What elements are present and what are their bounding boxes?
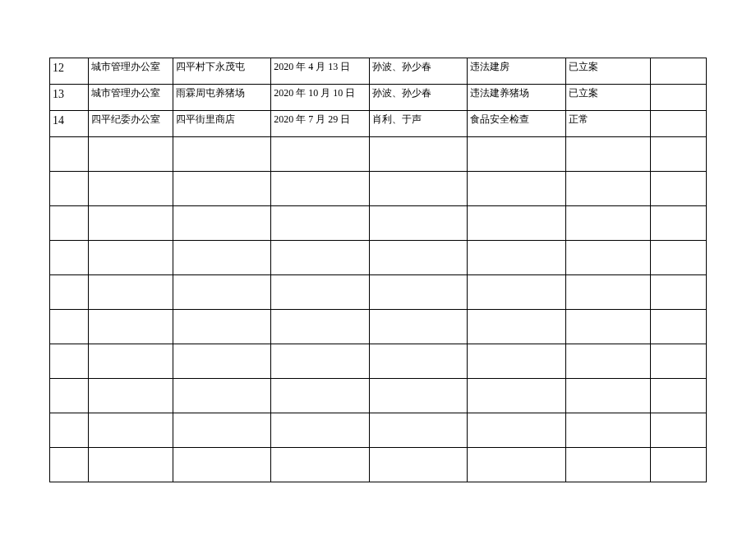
- table-cell: [566, 344, 651, 379]
- table-row: 14四平纪委办公室四平街里商店2020 年 7 月 29 日肖利、于声食品安全检…: [50, 111, 707, 137]
- table-cell: [88, 448, 173, 482]
- cell-matter: 违法建房: [468, 58, 566, 85]
- table-cell: [650, 206, 706, 241]
- table-cell: [173, 241, 271, 275]
- table-row-empty: [50, 344, 707, 379]
- cell-date: 2020 年 10 月 10 日: [271, 85, 370, 111]
- table-cell: [369, 448, 468, 482]
- table-row: 12城市管理办公室四平村下永茂屯2020 年 4 月 13 日孙波、孙少春违法建…: [50, 58, 707, 85]
- table-cell: [468, 137, 566, 172]
- table-row-empty: [50, 241, 707, 275]
- table-cell: [271, 137, 370, 172]
- table-cell: [271, 344, 370, 379]
- cell-note: [650, 58, 706, 85]
- table-cell: [173, 310, 271, 344]
- table-cell: [173, 137, 271, 172]
- cell-location: 四平街里商店: [173, 111, 271, 137]
- table-cell: [50, 344, 89, 379]
- cell-date: 2020 年 7 月 29 日: [271, 111, 370, 137]
- table-cell: [173, 379, 271, 413]
- cell-location: 雨霖周屯养猪场: [173, 85, 271, 111]
- table-cell: [468, 275, 566, 310]
- row-number: 14: [50, 111, 89, 137]
- cell-department: 城市管理办公室: [88, 85, 173, 111]
- table-cell: [566, 413, 651, 448]
- table-cell: [566, 137, 651, 172]
- table-cell: [173, 172, 271, 206]
- table-cell: [271, 379, 370, 413]
- table-cell: [650, 379, 706, 413]
- table-cell: [468, 310, 566, 344]
- table-cell: [88, 137, 173, 172]
- table-cell: [173, 275, 271, 310]
- cell-status: 已立案: [566, 58, 651, 85]
- table-cell: [468, 413, 566, 448]
- table-cell: [50, 172, 89, 206]
- cell-persons: 孙波、孙少春: [369, 85, 468, 111]
- table-cell: [88, 310, 173, 344]
- table-cell: [173, 448, 271, 482]
- table-cell: [50, 275, 89, 310]
- table-cell: [50, 206, 89, 241]
- table-cell: [88, 275, 173, 310]
- table-cell: [88, 379, 173, 413]
- table-row: 13城市管理办公室雨霖周屯养猪场2020 年 10 月 10 日孙波、孙少春违法…: [50, 85, 707, 111]
- table-cell: [88, 241, 173, 275]
- table-cell: [88, 206, 173, 241]
- table-cell: [369, 137, 468, 172]
- table-cell: [468, 448, 566, 482]
- cell-department: 城市管理办公室: [88, 58, 173, 85]
- table-cell: [50, 379, 89, 413]
- table-cell: [271, 275, 370, 310]
- table-cell: [650, 241, 706, 275]
- table-cell: [271, 206, 370, 241]
- table-cell: [271, 241, 370, 275]
- inspection-table: 12城市管理办公室四平村下永茂屯2020 年 4 月 13 日孙波、孙少春违法建…: [49, 58, 707, 482]
- table-row-empty: [50, 206, 707, 241]
- table-cell: [50, 310, 89, 344]
- table-cell: [369, 344, 468, 379]
- table-row-empty: [50, 310, 707, 344]
- table-cell: [50, 137, 89, 172]
- table-cell: [173, 413, 271, 448]
- table-row-empty: [50, 172, 707, 206]
- table-cell: [369, 413, 468, 448]
- table-cell: [566, 206, 651, 241]
- table-cell: [369, 172, 468, 206]
- table-cell: [271, 448, 370, 482]
- table-cell: [50, 241, 89, 275]
- cell-location: 四平村下永茂屯: [173, 58, 271, 85]
- table-cell: [468, 344, 566, 379]
- table-cell: [650, 310, 706, 344]
- table-cell: [88, 344, 173, 379]
- table-row-empty: [50, 413, 707, 448]
- table-cell: [369, 206, 468, 241]
- table-cell: [50, 413, 89, 448]
- cell-matter: 违法建养猪场: [468, 85, 566, 111]
- table-cell: [650, 137, 706, 172]
- table-row-empty: [50, 379, 707, 413]
- table-cell: [50, 448, 89, 482]
- table-cell: [468, 172, 566, 206]
- table-cell: [566, 275, 651, 310]
- table-cell: [88, 413, 173, 448]
- table-cell: [271, 172, 370, 206]
- table-cell: [271, 413, 370, 448]
- table-cell: [650, 344, 706, 379]
- cell-matter: 食品安全检查: [468, 111, 566, 137]
- table-cell: [173, 344, 271, 379]
- table-cell: [369, 310, 468, 344]
- cell-persons: 孙波、孙少春: [369, 58, 468, 85]
- table-cell: [468, 379, 566, 413]
- table-cell: [369, 379, 468, 413]
- table-cell: [369, 275, 468, 310]
- table-cell: [468, 206, 566, 241]
- table-row-empty: [50, 275, 707, 310]
- cell-status: 正常: [566, 111, 651, 137]
- row-number: 12: [50, 58, 89, 85]
- cell-persons: 肖利、于声: [369, 111, 468, 137]
- table-cell: [88, 172, 173, 206]
- table-cell: [566, 241, 651, 275]
- table-row-empty: [50, 137, 707, 172]
- table-cell: [369, 241, 468, 275]
